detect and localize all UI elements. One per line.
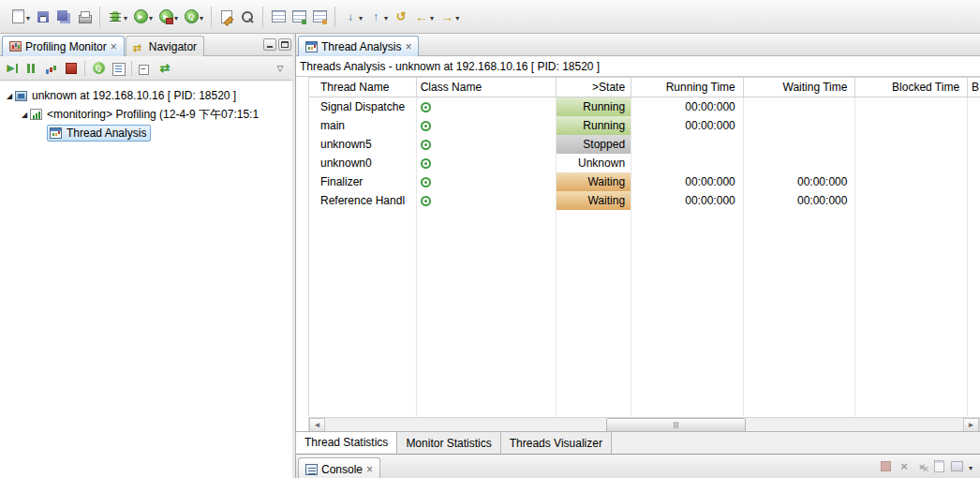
table-empty-row (309, 304, 980, 322)
new-icon (10, 9, 25, 24)
filter-list-icon[interactable] (110, 60, 126, 77)
tab-monitor-statistics[interactable]: Monitor Statistics (397, 432, 500, 454)
tree-item-host[interactable]: unknown at 192.168.10.16 [ PID: 18520 ] (0, 86, 292, 105)
class-name-cell (417, 116, 557, 135)
thread-name-cell: unknown5 (309, 135, 417, 154)
profile-settings-icon[interactable] (90, 60, 107, 77)
close-icon[interactable] (405, 40, 411, 53)
table-row[interactable]: Finalizer Waiting 00:00:000 00:00:000 (309, 172, 980, 191)
column-header-waiting-time[interactable]: Waiting Time (744, 78, 856, 97)
back-button[interactable] (412, 7, 436, 26)
thread-icon (421, 121, 431, 131)
save-button[interactable] (34, 7, 52, 26)
new-button[interactable] (8, 7, 32, 26)
tab-thread-analysis[interactable]: Thread Analysis (298, 36, 419, 56)
column-header-truncated[interactable]: B (968, 78, 980, 97)
previous-annotation-button[interactable] (366, 7, 390, 26)
last-edit-location-button[interactable] (392, 7, 410, 26)
forward-button[interactable] (438, 7, 461, 26)
horizontal-scrollbar[interactable]: ◄ ► (308, 417, 980, 431)
close-icon[interactable] (111, 40, 117, 53)
search-button[interactable] (238, 7, 257, 26)
scrollbar-thumb[interactable] (606, 418, 747, 431)
print-button[interactable] (75, 7, 94, 26)
report-config-button[interactable] (310, 7, 329, 26)
expand-arrow-icon[interactable] (4, 92, 15, 100)
tab-label: Profiling Monitor (25, 40, 107, 53)
column-header-state[interactable]: >State (557, 78, 631, 97)
maximize-button[interactable] (278, 38, 291, 51)
table-header-row: Thread Name Class Name >State Running Ti… (309, 78, 980, 97)
class-name-cell (417, 191, 557, 210)
tab-navigator[interactable]: Navigator (126, 36, 204, 56)
toolbar-group-launch (101, 7, 210, 26)
table-row[interactable]: Signal Dispatche Running 00:00:000 (309, 97, 980, 116)
thread-name-cell: Finalizer (309, 172, 417, 191)
scroll-left-icon[interactable]: ◄ (309, 418, 325, 431)
expand-arrow-icon[interactable] (19, 111, 30, 119)
thread-icon (421, 158, 431, 169)
truncated-cell (968, 191, 980, 210)
refresh-icon[interactable] (156, 60, 173, 77)
minimize-button[interactable] (263, 38, 276, 51)
tab-threads-visualizer[interactable]: Threads Visualizer (501, 432, 612, 454)
table-row[interactable]: unknown5 Stopped (309, 135, 980, 154)
view-menu-icon[interactable] (272, 60, 289, 77)
table-row[interactable]: main Running 00:00:000 (309, 116, 980, 135)
tab-thread-statistics[interactable]: Thread Statistics (295, 432, 397, 454)
run-button[interactable] (131, 7, 155, 26)
run-external-tools-button[interactable] (156, 7, 180, 26)
tree-item-thread-analysis[interactable]: Thread Analysis (0, 124, 292, 142)
tab-console[interactable]: Console (298, 457, 380, 478)
thread-icon (421, 102, 431, 112)
toolbar-separator (334, 7, 335, 27)
arrow-down-icon (343, 9, 358, 24)
thread-icon (421, 196, 431, 206)
close-icon[interactable] (366, 463, 373, 476)
column-header-blocked-time[interactable]: Blocked Time (855, 78, 968, 97)
tab-label: Navigator (149, 40, 197, 53)
attach-editor-button[interactable] (217, 7, 236, 26)
thread-analysis-editor: Thread Analysis Threads Analysis - unkno… (295, 34, 980, 478)
profile-button[interactable] (182, 7, 205, 26)
tab-profiling-monitor[interactable]: Profiling Monitor (2, 36, 125, 56)
state-cell: Waiting (557, 172, 631, 191)
remove-all-launches-icon[interactable] (915, 460, 928, 473)
table-row[interactable]: unknown0 Unknown (309, 154, 980, 172)
scrollbar-track[interactable] (325, 418, 963, 431)
column-header-thread-name[interactable]: Thread Name (309, 78, 417, 97)
terminate-icon[interactable] (63, 60, 80, 77)
profiling-monitor-toolbar (0, 56, 292, 81)
pause-monitoring-icon[interactable] (23, 60, 40, 77)
collapse-all-icon[interactable] (137, 60, 154, 77)
clear-console-icon[interactable] (933, 460, 946, 473)
save-icon (36, 9, 51, 24)
column-header-running-time[interactable]: Running Time (631, 78, 744, 97)
profiling-monitor-view: Profiling Monitor Navigator (0, 34, 292, 478)
toolbar-group-reports (264, 7, 334, 26)
waiting-time-cell (744, 135, 856, 154)
tree-item-monitoring[interactable]: <monitoring> Profiling (12-4-9 下午07:15:1 (0, 105, 292, 124)
toolbar-group-navigation (336, 7, 466, 26)
resume-monitoring-icon[interactable] (4, 60, 21, 77)
save-all-button[interactable] (54, 7, 73, 26)
open-console-icon[interactable] (951, 460, 964, 473)
debug-button[interactable] (106, 7, 129, 26)
terminate-console-icon[interactable] (880, 460, 893, 473)
next-annotation-button[interactable] (341, 7, 364, 26)
chevron-down-icon[interactable] (969, 460, 973, 473)
tree-item-label: Thread Analysis (67, 127, 146, 140)
report-edit-button[interactable] (290, 7, 308, 26)
toolbar-separator (131, 61, 132, 76)
chevron-down-icon (384, 10, 388, 23)
truncated-cell (968, 135, 980, 154)
waiting-time-cell (744, 116, 856, 135)
scroll-right-icon[interactable]: ► (963, 418, 979, 431)
remove-launch-icon[interactable] (898, 460, 911, 473)
column-header-class-name[interactable]: Class Name (417, 78, 557, 97)
table-edit-icon (291, 9, 306, 24)
collect-data-icon[interactable] (43, 60, 60, 77)
table-row[interactable]: Reference Handl Waiting 00:00:000 00:00:… (309, 191, 980, 210)
tab-label: Thread Analysis (321, 40, 401, 53)
report-table-button[interactable] (269, 7, 288, 26)
